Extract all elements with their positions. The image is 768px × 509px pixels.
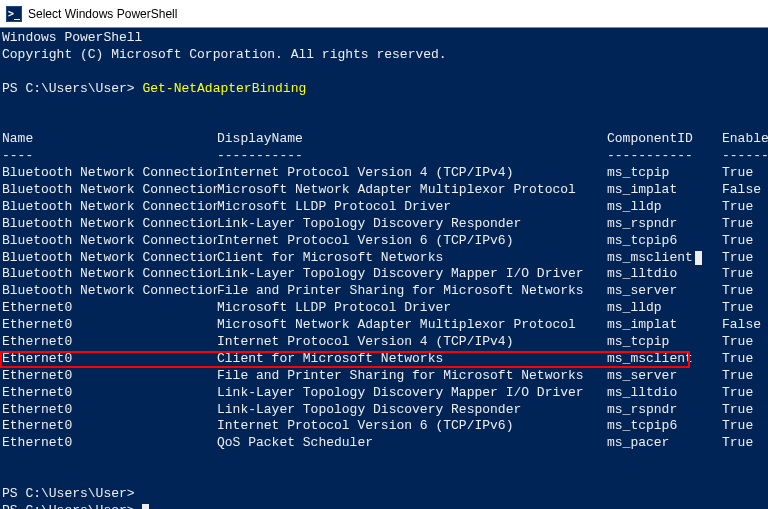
table-row: Ethernet0Internet Protocol Version 6 (TC… <box>2 418 766 435</box>
table-row: Bluetooth Network ConnectionMicrosoft LL… <box>2 199 766 216</box>
cell-enabled: False <box>722 317 768 334</box>
cell-name: Bluetooth Network Connection <box>2 182 217 199</box>
cell-display: Microsoft Network Adapter Multiplexor Pr… <box>217 317 607 334</box>
cell-enabled: True <box>722 418 768 435</box>
cell-enabled: True <box>722 233 768 250</box>
cell-enabled: True <box>722 216 768 233</box>
cell-name: Ethernet0 <box>2 351 217 368</box>
window-title: Select Windows PowerShell <box>28 7 177 21</box>
cell-component: ms_implat <box>607 182 722 199</box>
table-row: Ethernet0Link-Layer Topology Discovery M… <box>2 385 766 402</box>
cell-name: Ethernet0 <box>2 334 217 351</box>
blank-line <box>2 64 766 81</box>
cell-enabled: True <box>722 283 768 300</box>
cell-component: ms_lltdio <box>607 385 722 402</box>
cell-display: Microsoft Network Adapter Multiplexor Pr… <box>217 182 607 199</box>
cell-name: Ethernet0 <box>2 368 217 385</box>
cell-display: File and Printer Sharing for Microsoft N… <box>217 368 607 385</box>
cell-component: ms_lldp <box>607 199 722 216</box>
cell-component: ms_msclient <box>607 250 722 267</box>
cell-enabled: True <box>722 165 768 182</box>
cell-name: Bluetooth Network Connection <box>2 266 217 283</box>
cell-name: Bluetooth Network Connection <box>2 216 217 233</box>
cell-enabled: True <box>722 368 768 385</box>
table-row: Ethernet0Microsoft LLDP Protocol Driverm… <box>2 300 766 317</box>
cell-enabled: True <box>722 351 768 368</box>
cell-component: ms_server <box>607 283 722 300</box>
cell-component: ms_pacer <box>607 435 722 452</box>
col-header-display: DisplayName <box>217 131 607 148</box>
cell-display: Link-Layer Topology Discovery Mapper I/O… <box>217 266 607 283</box>
cell-component: ms_implat <box>607 317 722 334</box>
table-dash-row: ---- ----------- ----------- ------ <box>2 148 766 165</box>
terminal-area[interactable]: Windows PowerShell Copyright (C) Microso… <box>0 28 768 509</box>
cell-name: Bluetooth Network Connection <box>2 165 217 182</box>
table-row: Bluetooth Network ConnectionInternet Pro… <box>2 165 766 182</box>
cell-enabled: True <box>722 385 768 402</box>
window-titlebar[interactable]: >_ Select Windows PowerShell <box>0 0 768 28</box>
cell-name: Ethernet0 <box>2 300 217 317</box>
cell-enabled: True <box>722 300 768 317</box>
cell-display: Internet Protocol Version 6 (TCP/IPv6) <box>217 233 607 250</box>
cell-component: ms_tcpip6 <box>607 233 722 250</box>
cell-display: Client for Microsoft Networks <box>217 250 607 267</box>
blank-line <box>2 98 766 115</box>
table-row: Ethernet0Microsoft Network Adapter Multi… <box>2 317 766 334</box>
cell-display: Link-Layer Topology Discovery Responder <box>217 402 607 419</box>
cell-component: ms_msclient <box>607 351 722 368</box>
cell-component: ms_tcpip <box>607 334 722 351</box>
cell-name: Ethernet0 <box>2 317 217 334</box>
cell-enabled: True <box>722 334 768 351</box>
cell-name: Bluetooth Network Connection <box>2 199 217 216</box>
table-row: Ethernet0Client for Microsoft Networksms… <box>2 351 766 368</box>
table-row: Ethernet0File and Printer Sharing for Mi… <box>2 368 766 385</box>
cell-name: Bluetooth Network Connection <box>2 283 217 300</box>
blank-line <box>2 114 766 131</box>
cell-component: ms_server <box>607 368 722 385</box>
table-row: Ethernet0Link-Layer Topology Discovery R… <box>2 402 766 419</box>
cell-display: Link-Layer Topology Discovery Responder <box>217 216 607 233</box>
cell-enabled: True <box>722 266 768 283</box>
cell-component: ms_rspndr <box>607 216 722 233</box>
cell-enabled: True <box>722 435 768 452</box>
blank-line <box>2 469 766 486</box>
cell-component: ms_tcpip6 <box>607 418 722 435</box>
table-header: Name DisplayName ComponentID Enable <box>2 131 766 148</box>
cell-enabled: True <box>722 250 768 267</box>
cell-name: Ethernet0 <box>2 385 217 402</box>
cell-name: Ethernet0 <box>2 418 217 435</box>
cell-component: ms_lltdio <box>607 266 722 283</box>
cell-component: ms_lldp <box>607 300 722 317</box>
table-row: Ethernet0QoS Packet Schedulerms_pacerTru… <box>2 435 766 452</box>
blank-line <box>2 452 766 469</box>
col-header-name: Name <box>2 131 217 148</box>
cell-component: ms_rspndr <box>607 402 722 419</box>
prompt-path: PS C:\Users\User> <box>2 81 135 96</box>
cursor-icon <box>142 504 149 509</box>
cell-name: Ethernet0 <box>2 435 217 452</box>
powershell-icon: >_ <box>6 6 22 22</box>
cell-enabled: False <box>722 182 768 199</box>
cell-enabled: True <box>722 402 768 419</box>
prompt-line-active[interactable]: PS C:\Users\User> <box>2 503 766 509</box>
cell-display: Microsoft LLDP Protocol Driver <box>217 199 607 216</box>
table-row: Bluetooth Network ConnectionClient for M… <box>2 250 766 267</box>
table-row: Bluetooth Network ConnectionLink-Layer T… <box>2 216 766 233</box>
col-header-enabled: Enable <box>722 131 768 148</box>
command-prompt-line: PS C:\Users\User> Get-NetAdapterBinding <box>2 81 766 98</box>
table-row: Bluetooth Network ConnectionLink-Layer T… <box>2 266 766 283</box>
cell-display: Client for Microsoft Networks <box>217 351 607 368</box>
table-row: Bluetooth Network ConnectionInternet Pro… <box>2 233 766 250</box>
cell-display: Microsoft LLDP Protocol Driver <box>217 300 607 317</box>
col-header-component: ComponentID <box>607 131 722 148</box>
header-line-2: Copyright (C) Microsoft Corporation. All… <box>2 47 766 64</box>
command-text: Get-NetAdapterBinding <box>142 81 306 96</box>
cell-component: ms_tcpip <box>607 165 722 182</box>
cell-display: Internet Protocol Version 4 (TCP/IPv4) <box>217 334 607 351</box>
cell-name: Bluetooth Network Connection <box>2 250 217 267</box>
selection-cursor-icon <box>695 251 702 265</box>
cell-name: Ethernet0 <box>2 402 217 419</box>
table-body: Bluetooth Network ConnectionInternet Pro… <box>2 165 766 452</box>
cell-name: Bluetooth Network Connection <box>2 233 217 250</box>
cell-display: Internet Protocol Version 6 (TCP/IPv6) <box>217 418 607 435</box>
